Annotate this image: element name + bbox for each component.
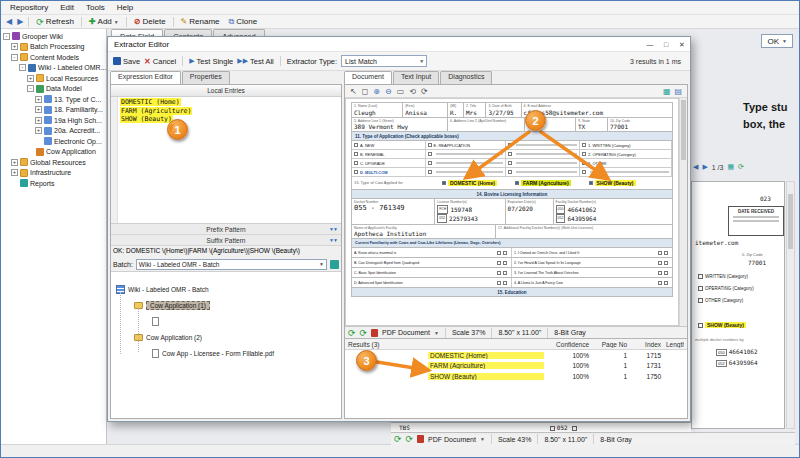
expand-icon[interactable]: + [11, 169, 18, 176]
tab-document[interactable]: Document [344, 71, 392, 84]
expand-icon[interactable]: + [35, 96, 42, 103]
refresh-icon[interactable]: ⟳ [394, 434, 402, 444]
tree-item-electronic-op[interactable]: Electronic Op... [1, 136, 106, 147]
zoom-out-icon[interactable]: ⊖ [385, 87, 392, 96]
tree-item-global-resources[interactable]: +Global Resources [1, 157, 106, 168]
close-icon[interactable]: ✕ [674, 37, 690, 52]
scale-value[interactable]: Scale 43% [498, 436, 531, 443]
tree-item-content-models[interactable]: -Content Models [1, 52, 106, 63]
page-size-value[interactable]: 8.50" x 11.00" [544, 436, 587, 443]
dialog-titlebar[interactable]: Extractor Editor — □ ✕ [108, 37, 690, 52]
layout-view-icon[interactable]: ▤ [674, 87, 682, 96]
tree-item-local-resources[interactable]: +Local Resources [1, 73, 106, 84]
page-size-value[interactable]: 8.50" x 11.00" [498, 329, 541, 336]
vertical-scrollbar[interactable] [679, 98, 687, 326]
scrollbar-thumb[interactable] [681, 100, 686, 160]
clone-button[interactable]: ⧉Clone [225, 17, 262, 27]
extractor-type-select[interactable]: List Match▼ [341, 55, 427, 67]
tab-expression-editor[interactable]: Expression Editor [110, 71, 181, 84]
region-tool-icon[interactable]: ◻ [362, 87, 369, 96]
back-icon[interactable]: ◀ [4, 17, 14, 26]
tab-properties[interactable]: Properties [182, 71, 230, 84]
rename-button[interactable]: ✎Rename [177, 17, 224, 26]
expand-icon[interactable]: + [27, 75, 34, 82]
ok-button[interactable]: OK▼ [761, 34, 793, 48]
tree-item-wiki-labeled-omr[interactable]: -Wiki - Labeled OMR... [1, 63, 106, 74]
tree-item-type-of-cow[interactable]: +13. Type of C... [1, 94, 106, 105]
column-confidence[interactable]: Confidence [544, 341, 594, 348]
expand-icon[interactable]: + [35, 106, 42, 113]
color-depth-value[interactable]: 8-Bit Gray [554, 329, 586, 336]
test-all-button[interactable]: ▶▶Test All [237, 57, 274, 66]
rotate-left-icon[interactable]: ⟲ [409, 87, 416, 96]
tree-item-data-model[interactable]: -Data Model [1, 84, 106, 95]
local-entries-editor[interactable]: DOMESTIC (Home) FARM (Agriculture) SHOW … [111, 97, 341, 224]
result-row[interactable]: SHOW (Beauty) 100% 1 1750 [345, 371, 687, 382]
tree-item-batch-processing[interactable]: +Batch Processing [1, 42, 106, 53]
collapse-icon[interactable]: - [11, 54, 18, 61]
batch-page-item[interactable] [111, 316, 341, 327]
refresh-button[interactable]: ⟳Refresh [32, 17, 78, 27]
column-page-no[interactable]: Page No [594, 341, 632, 348]
select-tool-icon[interactable]: ↖ [350, 87, 357, 96]
menu-tools[interactable]: Tools [80, 2, 111, 13]
collapse-icon[interactable]: - [19, 64, 26, 71]
delete-button[interactable]: ⊘Delete [130, 17, 170, 26]
next-page-icon[interactable]: ▶ [702, 163, 707, 171]
zoom-in-icon[interactable]: ⊕ [373, 87, 380, 96]
refresh-all-icon[interactable]: ⟳ [406, 434, 414, 444]
result-row[interactable]: FARM (Agriculture) 100% 1 1731 [345, 361, 687, 372]
collapse-icon[interactable]: - [3, 33, 10, 40]
doc-type-select[interactable]: PDF Document [428, 436, 476, 443]
suffix-pattern-expander[interactable]: Suffix Pattern▼▼ [111, 235, 341, 246]
prefix-pattern-expander[interactable]: Prefix Pattern▼▼ [111, 224, 341, 235]
expand-icon[interactable]: + [11, 159, 18, 166]
tree-item-cow-application[interactable]: Cow Application [1, 147, 106, 158]
local-entries-header[interactable]: Local Entries [111, 85, 341, 97]
scrollbar-thumb[interactable] [788, 194, 793, 249]
minimize-icon[interactable]: — [642, 37, 658, 52]
background-document-preview[interactable]: 023 DATE RECEIVED itemeter.com 0. Zip Co… [691, 181, 785, 429]
save-button[interactable]: Save [113, 57, 140, 66]
cancel-button[interactable]: ✕Cancel [144, 57, 176, 66]
doc-type-select[interactable]: PDF Document [382, 329, 430, 336]
tree-item-reports[interactable]: Reports [1, 178, 106, 189]
rotate-right-icon[interactable]: ⟳ [421, 87, 428, 96]
result-row[interactable]: DOMESTIC (Home) 100% 1 1715 [345, 350, 687, 361]
batch-folder-item-selected[interactable]: Cow Application (1) [111, 300, 341, 311]
document-page[interactable]: 1. Name (Last)Cleugh (First)Anissa (MI)R… [346, 99, 678, 325]
expand-icon[interactable]: + [35, 127, 42, 134]
forward-icon[interactable]: ▶ [15, 17, 25, 26]
refresh-all-icon[interactable]: ⟳ [360, 328, 368, 338]
tree-item-familiarity[interactable]: +18. Familiarity... [1, 105, 106, 116]
column-index[interactable]: Index [632, 341, 666, 348]
document-viewport[interactable]: 1. Name (Last)Cleugh (First)Anissa (MI)R… [345, 98, 687, 326]
refresh-icon[interactable]: ⟳ [738, 163, 744, 171]
batch-page-item[interactable]: Cow App - Licensee - Form Fillable.pdf [111, 348, 341, 359]
maximize-icon[interactable]: □ [658, 37, 674, 52]
test-single-button[interactable]: ▶Test Single [189, 57, 233, 66]
tree-item-infrastructure[interactable]: +Infrastructure [1, 168, 106, 179]
expand-icon[interactable]: + [35, 117, 42, 124]
column-length[interactable]: Length [666, 341, 684, 348]
add-button[interactable]: ✚Add▼ [85, 17, 123, 26]
expand-icon[interactable]: + [11, 43, 18, 50]
menu-help[interactable]: Help [111, 2, 139, 13]
tree-item-high-school[interactable]: +19a High Sch... [1, 115, 106, 126]
tree-item-accredited[interactable]: +20a. Accredit... [1, 126, 106, 137]
collapse-icon[interactable]: - [27, 85, 34, 92]
grid-view-icon[interactable]: ▦ [663, 87, 671, 96]
vertical-scrollbar[interactable] [786, 181, 795, 429]
refresh-icon[interactable]: ⟳ [348, 328, 356, 338]
tree-item-grooper-wiki[interactable]: -Grooper Wiki [1, 31, 106, 42]
tab-diagnostics[interactable]: Diagnostics [440, 71, 492, 84]
tab-text-input[interactable]: Text Input [393, 71, 439, 84]
color-depth-value[interactable]: 8-Bit Gray [600, 436, 632, 443]
fit-width-icon[interactable]: ▭ [397, 87, 405, 96]
batch-icon[interactable] [330, 260, 339, 269]
batch-select[interactable]: Wiki - Labeled OMR - Batch▼ [136, 259, 327, 270]
batch-folder-item[interactable]: Cow Application (2) [111, 332, 341, 343]
prev-page-icon[interactable]: ◀ [693, 163, 698, 171]
menu-repository[interactable]: Repository [4, 2, 54, 13]
thumbnails-icon[interactable]: ▦ [727, 163, 734, 171]
